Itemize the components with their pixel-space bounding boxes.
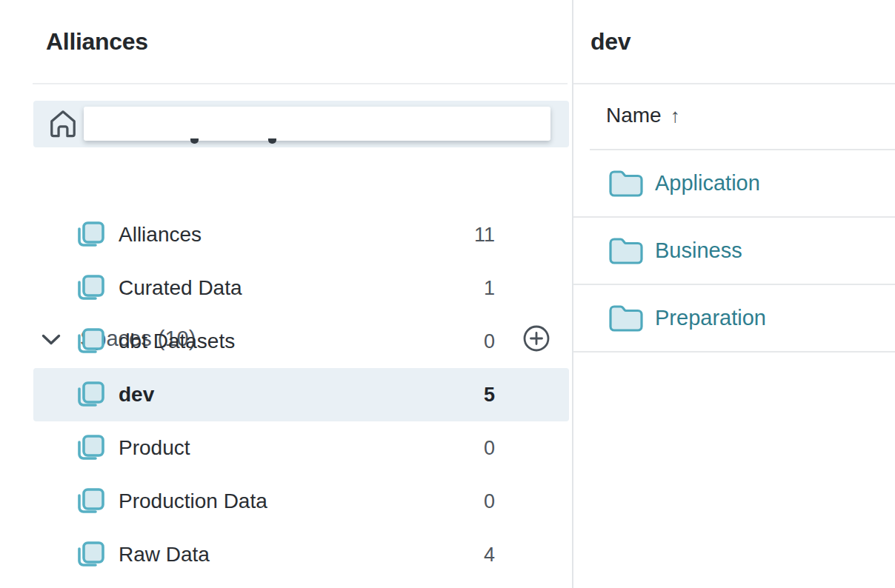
sidebar-item-alliances[interactable]: Alliances 11	[33, 208, 569, 261]
space-count: 5	[484, 368, 495, 421]
sidebar-item-product[interactable]: Product 0	[33, 421, 569, 475]
space-name: Curated Data	[119, 261, 242, 315]
space-count: 11	[474, 208, 495, 261]
table-row-business[interactable]: Business	[573, 218, 895, 285]
name-column-header[interactable]: Name↑	[606, 104, 680, 127]
space-name: Raw Data	[119, 528, 210, 581]
folder-link[interactable]: Application	[655, 150, 760, 216]
redacted-text-descender	[268, 138, 276, 144]
sort-ascending-icon: ↑	[671, 104, 680, 127]
space-count: 4	[484, 528, 495, 581]
space-count: 0	[484, 421, 495, 475]
content-title-divider	[573, 83, 895, 84]
folder-icon	[609, 170, 643, 200]
folder-link[interactable]: Business	[655, 218, 742, 284]
space-name: Production Data	[119, 475, 267, 528]
table-row-preparation[interactable]: Preparation	[573, 285, 895, 353]
folder-link[interactable]: Preparation	[655, 285, 766, 351]
space-name: Alliances	[119, 208, 202, 261]
redacted-overlay	[84, 107, 550, 141]
home-icon	[48, 107, 78, 143]
folder-icon	[609, 305, 643, 335]
space-name: Product	[119, 421, 190, 475]
space-count: 0	[484, 475, 495, 528]
space-icon	[74, 218, 107, 254]
space-icon	[74, 485, 107, 521]
page-title: dev	[590, 28, 631, 56]
sidebar-item-raw-data[interactable]: Raw Data 4	[33, 528, 569, 581]
folder-icon	[609, 238, 643, 267]
space-count: 1	[484, 261, 495, 315]
table-row-application[interactable]: Application	[573, 150, 895, 218]
app-window: Alliances Spaces (10)	[0, 0, 895, 588]
space-count: 0	[484, 315, 495, 368]
space-icon	[74, 538, 107, 574]
space-icon	[74, 272, 107, 307]
redacted-text-descender	[190, 138, 199, 144]
spaces-sidebar: Alliances Spaces (10)	[0, 0, 572, 588]
home-item[interactable]	[33, 101, 569, 147]
space-name: dev	[119, 368, 154, 421]
space-content-panel: dev Name↑ Application Business	[573, 0, 895, 588]
space-name: dbt Datasets	[119, 315, 235, 368]
space-icon	[74, 378, 107, 414]
name-column-label: Name	[606, 104, 662, 127]
space-icon	[74, 325, 107, 361]
sidebar-item-production-data[interactable]: Production Data 0	[33, 475, 569, 528]
sidebar-item-curated-data[interactable]: Curated Data 1	[33, 261, 569, 315]
sidebar-item-dbt-datasets[interactable]: dbt Datasets 0	[33, 315, 569, 368]
spaces-section-header: Spaces (10)	[0, 158, 572, 201]
sidebar-title: Alliances	[46, 28, 148, 56]
sidebar-title-divider	[33, 83, 568, 84]
sidebar-item-dev[interactable]: dev 5	[33, 368, 569, 421]
space-icon	[74, 432, 107, 467]
